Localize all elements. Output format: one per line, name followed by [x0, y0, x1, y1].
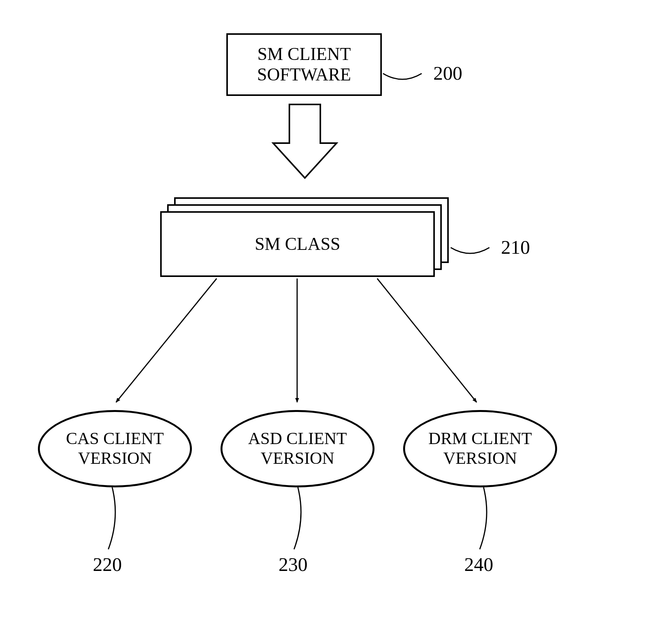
svg-line-2	[116, 279, 217, 402]
sm-client-software-box: SM CLIENT SOFTWARE	[226, 33, 382, 96]
sm-class-label: SM CLASS	[255, 234, 340, 255]
ref-220: 220	[93, 553, 122, 576]
ref-200: 200	[433, 62, 462, 84]
asd-client-version-label: ASD CLIENT VERSION	[248, 429, 347, 468]
drm-client-version-node: DRM CLIENT VERSION	[403, 410, 557, 487]
drm-client-version-label: DRM CLIENT VERSION	[428, 429, 532, 468]
ref-230: 230	[279, 553, 308, 576]
diagram-canvas: SM CLIENT SOFTWARE SM CLASS CAS CLIENT V…	[0, 0, 672, 622]
svg-marker-0	[273, 104, 337, 178]
ref-240: 240	[464, 553, 493, 576]
sm-class-box: SM CLASS	[160, 211, 435, 277]
cas-client-version-label: CAS CLIENT VERSION	[66, 429, 164, 468]
asd-client-version-node: ASD CLIENT VERSION	[221, 410, 374, 487]
sm-client-software-label: SM CLIENT SOFTWARE	[257, 44, 351, 85]
cas-client-version-node: CAS CLIENT VERSION	[38, 410, 192, 487]
ref-210: 210	[501, 236, 530, 258]
svg-line-4	[377, 279, 477, 402]
